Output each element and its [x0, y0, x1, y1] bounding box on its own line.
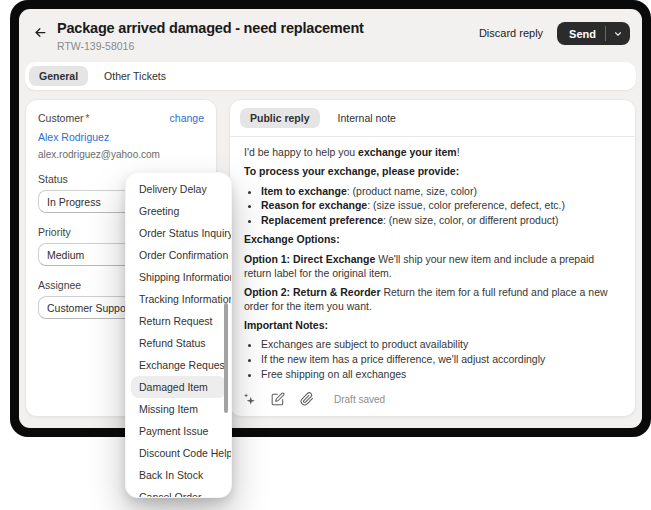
back-button[interactable] — [29, 21, 51, 43]
menu-item-cancel-order[interactable]: Cancel Order — [126, 486, 231, 498]
tab-general[interactable]: General — [29, 66, 88, 86]
reply-bullet-item: Item to exchange: (product name, size, c… — [261, 185, 621, 199]
page-tabs: GeneralOther Tickets — [25, 62, 636, 90]
tab-other-tickets[interactable]: Other Tickets — [94, 66, 176, 86]
page: Package arrived damaged - need replaceme… — [0, 0, 651, 510]
reply-bullet-item: Exchanges are subject to product availab… — [261, 338, 621, 352]
reply-paragraph: Important Notes: — [244, 319, 621, 333]
reply-paragraph: Option 1: Direct Exchange We'll ship you… — [244, 253, 621, 281]
change-customer-link[interactable]: change — [170, 112, 204, 124]
menu-item-delivery-delay[interactable]: Delivery Delay — [126, 178, 231, 200]
required-marker: * — [86, 112, 90, 124]
customer-email: alex.rodriguez@yahoo.com — [38, 149, 204, 160]
menu-item-exchange-request[interactable]: Exchange Request — [126, 354, 231, 376]
paperclip-icon — [300, 392, 314, 406]
menu-scrollbar-thumb[interactable] — [224, 303, 228, 413]
send-button-label: Send — [557, 22, 605, 45]
reply-tabs: Public replyInternal note — [230, 100, 635, 137]
reply-paragraph: To process your exchange, please provide… — [244, 165, 621, 179]
menu-item-discount-code-help[interactable]: Discount Code Help — [126, 442, 231, 464]
reply-bullet-item: Replacement preference: (new size, color… — [261, 214, 621, 228]
customer-name-link[interactable]: Alex Rodriguez — [38, 131, 109, 143]
menu-item-back-in-stock[interactable]: Back In Stock — [126, 464, 231, 486]
reply-paragraph: I'd be happy to help you exchange your i… — [244, 146, 621, 160]
helpdesk-app: Package arrived damaged - need replaceme… — [19, 9, 642, 428]
menu-item-greeting[interactable]: Greeting — [126, 200, 231, 222]
reply-paragraph: Exchange Options: — [244, 233, 621, 247]
customer-label: Customer — [38, 112, 84, 124]
paperclip-button[interactable] — [300, 392, 314, 406]
menu-item-payment-issue[interactable]: Payment Issue — [126, 420, 231, 442]
edit-button[interactable] — [271, 392, 285, 406]
menu-item-return-request[interactable]: Return Request — [126, 310, 231, 332]
send-button[interactable]: Send — [557, 22, 630, 45]
tab-internal-note[interactable]: Internal note — [328, 108, 406, 128]
reply-toolbar: Draft saved — [230, 386, 635, 416]
screenshot-frame: Package arrived damaged - need replaceme… — [10, 0, 651, 437]
reply-paragraph: Option 2: Return & Reorder Return the it… — [244, 286, 621, 314]
menu-item-shipping-information[interactable]: Shipping Information — [126, 266, 231, 288]
title-block: Package arrived damaged - need replaceme… — [57, 19, 364, 52]
main-content: Customer * change Alex Rodriguez alex.ro… — [25, 99, 636, 417]
discard-reply-button[interactable]: Discard reply — [479, 27, 543, 39]
select-value: Medium — [47, 249, 84, 261]
menu-item-tracking-information[interactable]: Tracking Information — [126, 288, 231, 310]
sparkle-button[interactable] — [242, 392, 256, 406]
menu-item-missing-item[interactable]: Missing Item — [126, 398, 231, 420]
reply-bullet-item: If the new item has a price difference, … — [261, 353, 621, 367]
back-arrow-icon — [33, 25, 48, 40]
edit-icon — [271, 392, 285, 406]
draft-saved-status: Draft saved — [334, 394, 385, 405]
customer-row: Customer * change — [38, 112, 204, 124]
reply-panel: Public replyInternal note I'd be happy t… — [229, 99, 636, 417]
ticket-id: RTW-139-58016 — [57, 40, 364, 52]
menu-item-order-status-inquiry[interactable]: Order Status Inquiry — [126, 222, 231, 244]
menu-item-refund-status[interactable]: Refund Status — [126, 332, 231, 354]
select-value: Customer Support — [47, 302, 132, 314]
menu-item-damaged-item[interactable]: Damaged Item — [131, 376, 226, 398]
reply-bullet-item: Reason for exchange: (size issue, color … — [261, 199, 621, 213]
reply-editor-body[interactable]: I'd be happy to help you exchange your i… — [230, 137, 635, 386]
header: Package arrived damaged - need replaceme… — [23, 9, 638, 60]
menu-item-order-confirmation[interactable]: Order Confirmation — [126, 244, 231, 266]
reply-bullet-list: Item to exchange: (product name, size, c… — [244, 185, 621, 228]
sparkle-icon — [242, 392, 256, 406]
select-value: In Progress — [47, 196, 101, 208]
tab-public-reply[interactable]: Public reply — [240, 108, 320, 128]
template-dropdown-menu: Delivery DelayGreetingOrder Status Inqui… — [125, 172, 232, 498]
reply-bullet-item: Free shipping on all exchanges — [261, 368, 621, 382]
reply-bullet-list: Exchanges are subject to product availab… — [244, 338, 621, 381]
page-title: Package arrived damaged - need replaceme… — [57, 19, 364, 37]
chevron-down-icon[interactable] — [606, 22, 630, 45]
